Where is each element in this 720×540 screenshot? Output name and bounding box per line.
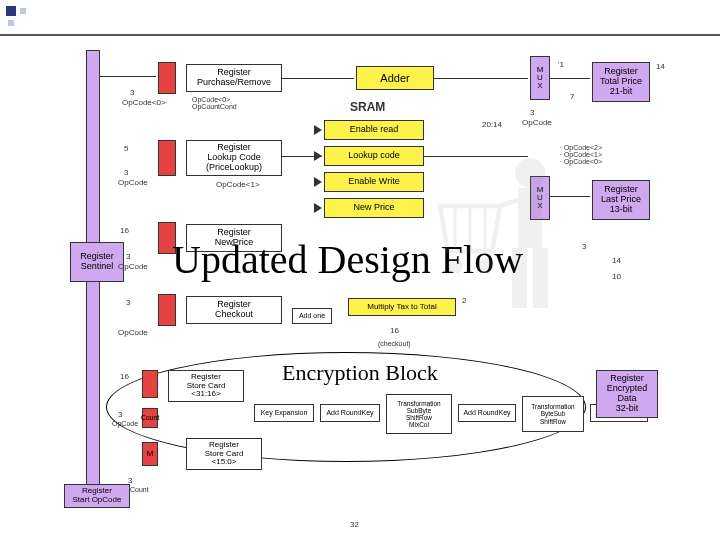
add-one-block: Add one — [292, 308, 332, 324]
slide-corner-ornament — [6, 6, 30, 30]
label-3f: 3 — [582, 242, 586, 251]
svg-line-9 — [500, 200, 518, 206]
red-gate-sc1 — [142, 370, 158, 398]
label-7: 7 — [570, 92, 574, 101]
svg-point-7 — [448, 259, 463, 274]
arrow-enable-read — [314, 125, 322, 135]
wire — [282, 156, 322, 157]
label-opcode: OpCode<0> — [122, 98, 166, 107]
wire — [424, 156, 528, 157]
sram-new-price: New Price — [324, 198, 424, 218]
label-5: 5 — [124, 144, 128, 153]
register-store-card-lo: Register Store Card <15:0> — [186, 438, 262, 470]
register-store-card-hi: Register Store Card <31:16> — [168, 370, 244, 402]
red-gate-lc — [158, 140, 176, 176]
transformation-2: TransformationByteSubShiftRow — [522, 396, 584, 432]
label-3e: 3 — [126, 298, 130, 307]
transformation-1: TransformationSubByteShiftRowMixCol — [386, 394, 452, 434]
label-3: 3 — [130, 88, 134, 97]
wire — [100, 76, 156, 77]
label-3h: 3 — [128, 476, 132, 485]
red-count: Count — [142, 408, 158, 428]
wire — [550, 78, 590, 79]
key-expansion-block: Key Expansion — [254, 404, 314, 422]
text: Sentinel — [81, 262, 114, 272]
register-sentinel: Register Sentinel — [70, 242, 124, 282]
arrow-new-price — [314, 203, 322, 213]
page-number: 32 — [350, 520, 359, 529]
register-purchase-remove: Register Purchase/Remove — [186, 64, 282, 92]
red-m: M — [142, 442, 158, 466]
svg-point-0 — [515, 158, 545, 188]
register-last-price: Register Last Price 13-bit — [592, 180, 650, 220]
label-16b: 16 — [390, 326, 399, 335]
watermark-shopper-icon — [420, 146, 580, 326]
register-checkout: Register Checkout — [186, 296, 282, 324]
label-one: '1 — [558, 60, 564, 69]
register-total-price: Register Total Price 21-bit — [592, 62, 650, 102]
title-encryption: Encryption Block — [282, 360, 438, 386]
label-16: 16 — [120, 226, 129, 235]
label-opcode-co: OpCode — [118, 328, 148, 337]
red-gate-pr — [158, 62, 176, 94]
label-14: 14 — [656, 62, 665, 71]
label-2014: 20:14 — [482, 120, 502, 129]
add-roundkey-1: Add RoundKey — [320, 404, 380, 422]
mux-top: MUX — [530, 56, 550, 100]
label-opcode-grp: OpCode — [522, 118, 552, 127]
register-encrypted: Register Encrypted Data 32-bit — [596, 370, 658, 418]
svg-rect-3 — [533, 248, 548, 308]
label-10: 10 — [612, 272, 621, 281]
label-opcode1: OpCode<1> — [216, 180, 260, 189]
label-3b: 3 — [530, 108, 534, 117]
red-gate-co — [158, 294, 176, 326]
text: Purchase/Remove — [197, 78, 271, 88]
text: Adder — [380, 72, 409, 84]
label-14b: 14 — [612, 256, 621, 265]
label-opcode-np: OpCode — [118, 262, 148, 271]
wire — [282, 78, 354, 79]
label-16c: 16 — [120, 372, 129, 381]
add-roundkey-2: Add RoundKey — [458, 404, 516, 422]
svg-rect-2 — [512, 248, 527, 308]
svg-rect-1 — [518, 188, 542, 248]
label-3c: 3 — [124, 168, 128, 177]
adder-block: Adder — [356, 66, 434, 90]
sram-enable-read: Enable read — [324, 120, 424, 140]
sram-enable-write: Enable Write — [324, 172, 424, 192]
label-opcode-sc: OpCode — [112, 420, 138, 427]
label-count2: Count — [130, 486, 149, 493]
text: Start OpCode — [73, 496, 122, 505]
label-3d: 3 — [126, 252, 130, 261]
wire — [550, 196, 590, 197]
sram-header: SRAM — [350, 100, 385, 114]
diagram-stage: Register Sentinel Register Start OpCode … — [0, 36, 720, 540]
register-lookup-code: Register Lookup Code (PriceLookup) — [186, 140, 282, 176]
label-3g: 3 — [118, 410, 122, 419]
register-start-opcode: Register Start OpCode — [64, 484, 130, 508]
label-checkout-sig: (checkout) — [378, 340, 411, 347]
wire — [434, 78, 528, 79]
svg-point-8 — [478, 259, 493, 274]
sram-lookup: Lookup code — [324, 146, 424, 166]
arrow-enable-write — [314, 177, 322, 187]
label-opcode-pr: OpCode<0>OpCountCond — [192, 96, 237, 110]
label-opcode-lc: OpCode — [118, 178, 148, 187]
